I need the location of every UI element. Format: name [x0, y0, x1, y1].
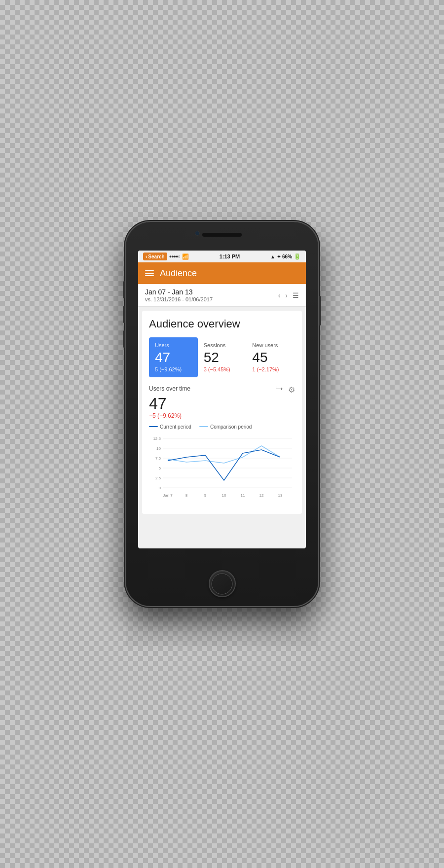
svg-text:2.5: 2.5: [155, 476, 161, 480]
app-header: Audience: [138, 262, 306, 284]
screen: ‹ Search ●●●●○ 📶 1:13 PM ▲ ✦ 66% 🔋: [138, 251, 306, 548]
svg-text:8: 8: [185, 493, 188, 498]
location-icon: ▲: [270, 254, 275, 259]
svg-text:9: 9: [204, 493, 207, 498]
svg-text:12.5: 12.5: [153, 436, 161, 441]
chart-delta: −5 (−9.62%): [149, 412, 295, 419]
back-chevron: ‹: [146, 254, 147, 259]
camera: [195, 231, 200, 236]
phone-body: ‹ Search ●●●●○ 📶 1:13 PM ▲ ✦ 66% 🔋: [126, 222, 318, 606]
filter-icon[interactable]: ☰: [293, 291, 299, 299]
main-content: Audience overview Users 47 5 (−9.62%) Se…: [142, 311, 302, 514]
chart-section: Users over time ⮡ ⚙ 47 −5 (−9.62%) Curre…: [149, 385, 295, 507]
status-left: ‹ Search ●●●●○ 📶: [143, 253, 189, 260]
svg-text:Jan 7: Jan 7: [163, 493, 173, 498]
signal-dots: ●●●●○: [169, 254, 180, 259]
line-chart: 12.5 10 7.5 5 2.5 0 Jan 7: [149, 434, 295, 505]
next-arrow[interactable]: ›: [285, 291, 288, 299]
wifi-icon: 📶: [182, 253, 189, 260]
settings-icon[interactable]: ⚙: [288, 385, 295, 395]
legend-current-line: [149, 426, 158, 427]
chart-legend: Current period Comparison period: [149, 424, 295, 430]
back-label: Search: [148, 254, 164, 259]
metric-sessions-value: 52: [204, 350, 241, 365]
chart-big-value: 47: [149, 396, 295, 411]
svg-text:0: 0: [159, 486, 161, 490]
section-title: Audience overview: [149, 318, 295, 330]
svg-text:12: 12: [259, 493, 264, 498]
legend-comparison-label: Comparison period: [210, 424, 252, 430]
metrics-row: Users 47 5 (−9.62%) Sessions 52 3 (−5.45…: [149, 337, 295, 377]
status-bar: ‹ Search ●●●●○ 📶 1:13 PM ▲ ✦ 66% 🔋: [138, 251, 306, 262]
chart-actions: ⮡ ⚙: [275, 385, 295, 395]
prev-arrow[interactable]: ‹: [278, 291, 281, 299]
svg-text:7.5: 7.5: [155, 456, 161, 461]
svg-text:11: 11: [241, 493, 245, 498]
home-button-inner: [212, 573, 233, 594]
hamburger-menu[interactable]: [145, 270, 154, 276]
phone-reflection: [126, 607, 318, 646]
page-title: Audience: [160, 268, 197, 279]
bluetooth-icon: ✦: [277, 254, 281, 259]
date-controls: ‹ › ☰: [278, 291, 299, 299]
metric-users-delta: 5 (−9.62%): [155, 366, 192, 372]
home-button[interactable]: [209, 570, 236, 597]
date-bar: Jan 07 - Jan 13 vs. 12/31/2016 - 01/06/2…: [138, 284, 306, 307]
metric-sessions-delta: 3 (−5.45%): [204, 366, 241, 372]
legend-comparison: Comparison period: [199, 424, 252, 430]
metric-new-users[interactable]: New users 45 1 (−2.17%): [246, 337, 295, 377]
date-compare: vs. 12/31/2016 - 01/06/2017: [145, 296, 213, 302]
status-time: 1:13 PM: [220, 253, 240, 259]
phone-wrapper: ‹ Search ●●●●○ 📶 1:13 PM ▲ ✦ 66% 🔋: [118, 222, 326, 646]
status-right: ▲ ✦ 66% 🔋: [270, 253, 301, 260]
metric-new-users-value: 45: [252, 350, 289, 365]
legend-comparison-line: [199, 426, 208, 427]
svg-text:10: 10: [222, 493, 226, 498]
metric-users[interactable]: Users 47 5 (−9.62%): [149, 337, 198, 377]
date-info: Jan 07 - Jan 13 vs. 12/31/2016 - 01/06/2…: [145, 288, 213, 302]
svg-text:13: 13: [278, 493, 283, 498]
speaker: [202, 233, 242, 237]
metric-sessions-label: Sessions: [204, 342, 241, 348]
metric-users-label: Users: [155, 342, 192, 348]
battery-pct: 66%: [282, 254, 292, 259]
chart-header: Users over time ⮡ ⚙: [149, 385, 295, 395]
back-button[interactable]: ‹ Search: [143, 253, 167, 260]
date-range: Jan 07 - Jan 13: [145, 288, 213, 296]
chart-container: 12.5 10 7.5 5 2.5 0 Jan 7: [149, 434, 295, 507]
chart-title: Users over time: [149, 385, 190, 392]
legend-current: Current period: [149, 424, 191, 430]
metric-new-users-delta: 1 (−2.17%): [252, 366, 289, 372]
metric-new-users-label: New users: [252, 342, 289, 348]
share-icon[interactable]: ⮡: [275, 385, 283, 395]
metric-users-value: 47: [155, 350, 192, 365]
legend-current-label: Current period: [160, 424, 191, 430]
battery-icon: 🔋: [294, 253, 301, 260]
metric-sessions[interactable]: Sessions 52 3 (−5.45%): [198, 337, 247, 377]
svg-text:10: 10: [156, 446, 161, 451]
svg-text:5: 5: [159, 466, 161, 470]
